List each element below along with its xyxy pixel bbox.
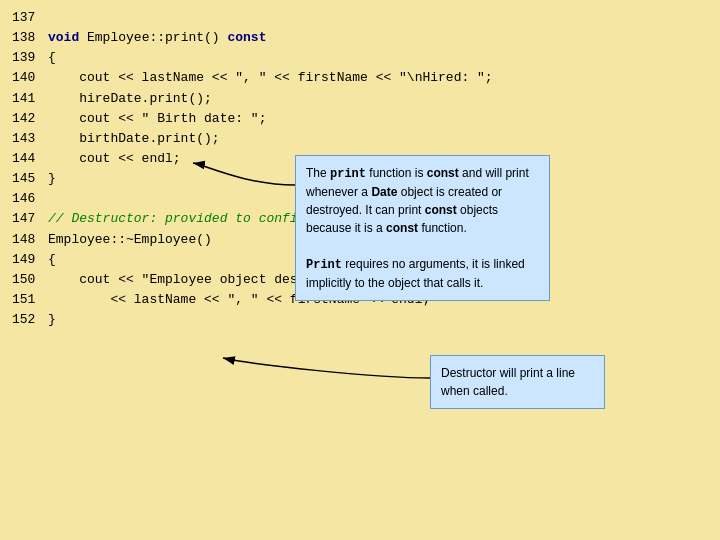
code-line-142: 142 cout << " Birth date: "; (12, 109, 708, 129)
code-text-152: } (48, 310, 56, 330)
line-num-151: 151 (12, 290, 48, 310)
code-text-144: cout << endl; (48, 149, 181, 169)
code-text-141: hireDate.print(); (48, 89, 212, 109)
tooltip-destructor-text: Destructor will print a line when called… (441, 366, 575, 398)
code-line-137: 137 (12, 8, 708, 28)
tooltip-print-text2: Print requires no arguments, it is linke… (306, 257, 525, 290)
code-text-139: { (48, 48, 56, 68)
code-line-152: 152 } (12, 310, 708, 330)
line-num-150: 150 (12, 270, 48, 290)
destructor-arrow (215, 350, 435, 405)
code-text-148: Employee::~Employee() (48, 230, 212, 250)
code-text-143: birthDate.print(); (48, 129, 220, 149)
line-num-145: 145 (12, 169, 48, 189)
line-num-149: 149 (12, 250, 48, 270)
line-num-141: 141 (12, 89, 48, 109)
line-num-137: 137 (12, 8, 48, 28)
destructor-tooltip: Destructor will print a line when called… (430, 355, 605, 409)
line-num-139: 139 (12, 48, 48, 68)
line-num-152: 152 (12, 310, 48, 330)
print-tooltip: The print function is const and will pri… (295, 155, 550, 301)
line-num-144: 144 (12, 149, 48, 169)
line-num-138: 138 (12, 28, 48, 48)
code-line-143: 143 birthDate.print(); (12, 129, 708, 149)
code-line-138: 138 void Employee::print() const (12, 28, 708, 48)
line-num-147: 147 (12, 209, 48, 229)
code-text-142: cout << " Birth date: "; (48, 109, 266, 129)
code-line-141: 141 hireDate.print(); (12, 89, 708, 109)
code-line-140: 140 cout << lastName << ", " << firstNam… (12, 68, 708, 88)
code-text-149: { (48, 250, 56, 270)
line-num-142: 142 (12, 109, 48, 129)
line-num-148: 148 (12, 230, 48, 250)
code-text-140: cout << lastName << ", " << firstName <<… (48, 68, 493, 88)
code-text-138: void Employee::print() const (48, 28, 266, 48)
line-num-140: 140 (12, 68, 48, 88)
line-num-143: 143 (12, 129, 48, 149)
code-line-139: 139 { (12, 48, 708, 68)
tooltip-print-text: The print function is const and will pri… (306, 166, 529, 235)
line-num-146: 146 (12, 189, 48, 209)
code-text-145: } (48, 169, 56, 189)
